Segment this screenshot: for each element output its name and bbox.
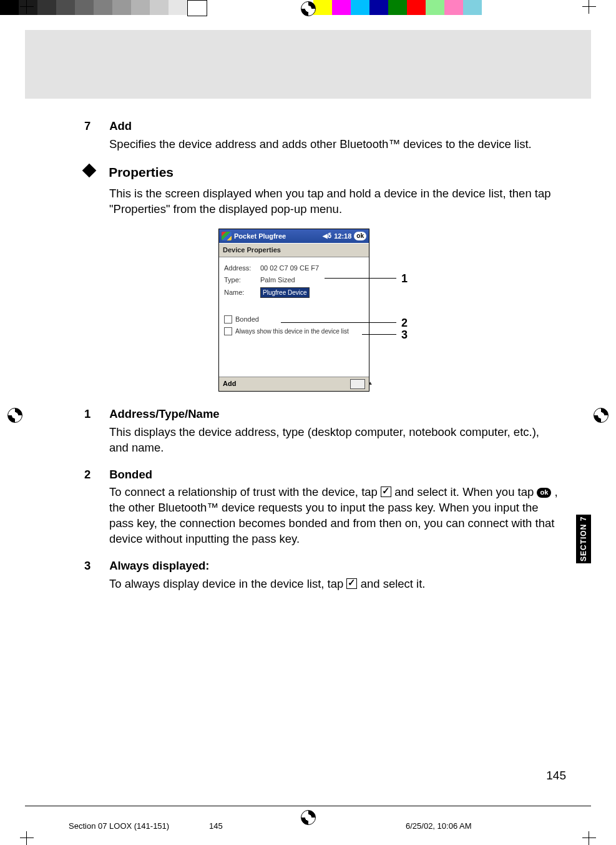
text-part: and select it.: [361, 577, 426, 590]
window-bottombar: Add: [219, 377, 369, 391]
cropmark-icon: [582, 831, 596, 845]
item-number: 2: [84, 467, 106, 483]
footer-date: 6/25/02, 10:06 AM: [406, 821, 472, 831]
address-row: Address: 00 02 C7 09 CE F7: [224, 264, 364, 273]
footer-page: 145: [209, 821, 223, 831]
section-tab: SECTION 7: [576, 515, 591, 563]
type-value: Palm Sized: [260, 275, 295, 285]
registration-mark-icon: [7, 408, 22, 423]
type-row: Type: Palm Sized: [224, 275, 364, 285]
item-body: This displays the device address, type (…: [109, 425, 559, 456]
text-part: and select it. When you tap: [394, 485, 537, 498]
ok-button[interactable]: ok: [354, 232, 366, 240]
item-body: Specifies the device address and adds ot…: [109, 137, 559, 152]
speaker-icon: ◀ẟ: [323, 232, 331, 240]
cropmark-icon: [582, 0, 596, 14]
window-subtitle: Device Properties: [219, 243, 369, 257]
item-number: 3: [84, 558, 106, 574]
registration-mark-icon: [594, 408, 609, 423]
address-value: 00 02 C7 09 CE F7: [260, 264, 319, 273]
bonded-label: Bonded: [235, 315, 259, 324]
add-button[interactable]: Add: [223, 379, 236, 388]
callout-line: [325, 278, 396, 279]
registration-mark-icon: [301, 1, 316, 16]
list-item: 7 Add Specifies the device address and a…: [84, 119, 559, 152]
app-title: Pocket Plugfree: [234, 232, 286, 241]
checkbox-icon[interactable]: [224, 315, 232, 324]
name-label: Name:: [224, 288, 260, 297]
callout-number: 3: [401, 327, 408, 342]
address-label: Address:: [224, 264, 260, 273]
checkbox-icon[interactable]: [224, 327, 232, 335]
registration-mark-icon: [301, 810, 316, 825]
clock: 12:18: [334, 232, 351, 241]
checkbox-icon: [346, 578, 357, 589]
window-body: Address: 00 02 C7 09 CE F7 Type: Palm Si…: [219, 257, 369, 377]
item-number: 7: [84, 119, 106, 134]
type-label: Type:: [224, 275, 260, 285]
item-body: To always display device in the device l…: [109, 576, 559, 592]
list-item: 1 Address/Type/Name This displays the de…: [84, 407, 559, 456]
text-part: To always display device in the device l…: [109, 577, 346, 590]
section-intro: This is the screen displayed when you ta…: [109, 186, 559, 217]
page-number: 145: [546, 769, 566, 783]
list-item: 3 Always displayed: To always display de…: [84, 558, 559, 592]
ok-icon: ok: [537, 488, 551, 498]
item-number: 1: [84, 407, 106, 422]
window-titlebar: Pocket Plugfree ◀ẟ 12:18 ok: [219, 229, 369, 243]
text-part: To connect a relationship of trust with …: [109, 485, 381, 498]
windows-flag-icon: [222, 232, 232, 240]
keyboard-icon[interactable]: [350, 379, 365, 389]
item-heading: Add: [109, 119, 132, 132]
always-show-label: Always show this device in the device li…: [235, 327, 349, 336]
always-show-checkbox-row[interactable]: Always show this device in the device li…: [224, 327, 364, 336]
screenshot-figure: Pocket Plugfree ◀ẟ 12:18 ok Device Prope…: [218, 229, 468, 391]
item-heading: Always displayed:: [109, 559, 209, 572]
item-heading: Bonded: [109, 468, 152, 481]
item-body: To connect a relationship of trust with …: [109, 485, 559, 547]
callout-number: 1: [401, 271, 408, 286]
section-title: Properties: [109, 165, 174, 179]
cropmark-icon: [20, 0, 34, 14]
name-row: Name: Plugfree Device: [224, 287, 364, 299]
footer-file: Section 07 LOOX (141-151): [69, 821, 169, 831]
cropmark-icon: [20, 831, 34, 845]
list-item: 2 Bonded To connect a relationship of tr…: [84, 467, 559, 548]
footer-rule: [25, 806, 591, 806]
callout-line: [281, 322, 396, 323]
checkbox-icon: [381, 487, 391, 497]
device-properties-window: Pocket Plugfree ◀ẟ 12:18 ok Device Prope…: [218, 229, 369, 391]
page-content: 7 Add Specifies the device address and a…: [84, 119, 559, 603]
diamond-icon: [82, 164, 97, 178]
callout-line: [362, 334, 396, 335]
header-band: [25, 30, 591, 99]
item-heading: Address/Type/Name: [109, 407, 220, 420]
name-input[interactable]: Plugfree Device: [260, 287, 310, 299]
section-header: Properties: [84, 164, 559, 181]
